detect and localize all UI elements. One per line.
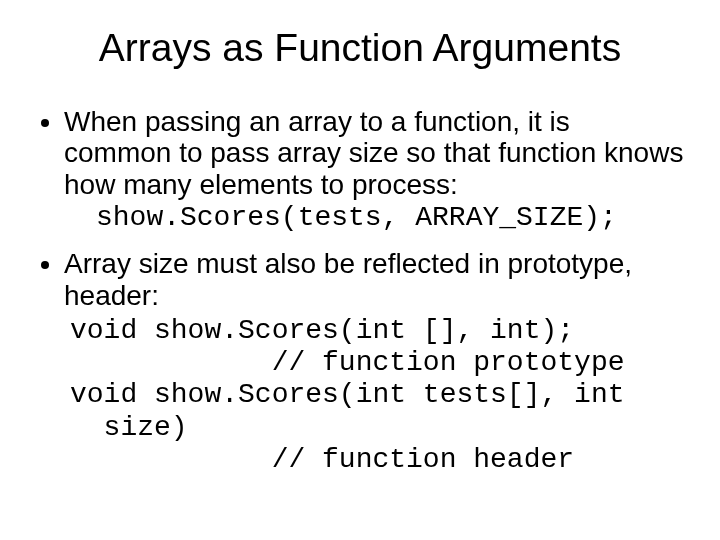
bullet-item-1: When passing an array to a function, it … — [64, 106, 684, 234]
code-example-2: void show.Scores(int [], int); // functi… — [70, 315, 684, 476]
bullet-item-2: Array size must also be reflected in pro… — [64, 248, 684, 476]
bullet-list: When passing an array to a function, it … — [36, 106, 684, 476]
bullet-text-1: When passing an array to a function, it … — [64, 106, 683, 200]
slide-title: Arrays as Function Arguments — [36, 26, 684, 70]
code-example-1: show.Scores(tests, ARRAY_SIZE); — [96, 202, 684, 234]
slide: Arrays as Function Arguments When passin… — [0, 0, 720, 540]
bullet-text-2: Array size must also be reflected in pro… — [64, 248, 632, 310]
